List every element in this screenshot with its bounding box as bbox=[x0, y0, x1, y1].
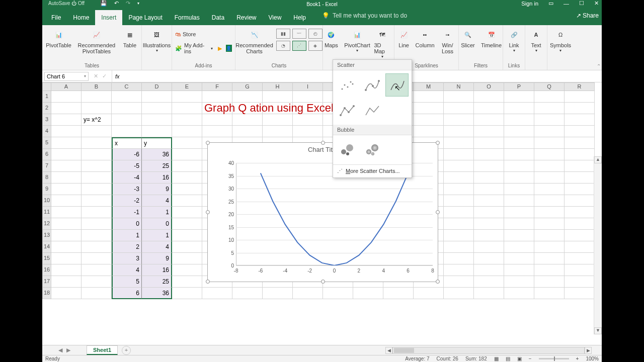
row-header[interactable]: 8 bbox=[42, 172, 51, 184]
cell-D14[interactable]: 4 bbox=[142, 241, 172, 253]
resize-handle[interactable] bbox=[206, 210, 210, 214]
chart-series-line[interactable] bbox=[261, 173, 408, 265]
cell-C12[interactable]: 0 bbox=[112, 218, 142, 230]
cell-P12[interactable] bbox=[504, 218, 534, 230]
cell-C2[interactable] bbox=[112, 103, 142, 114]
cell-E2[interactable] bbox=[172, 103, 202, 114]
cell-Q15[interactable] bbox=[534, 253, 565, 264]
cell-P10[interactable] bbox=[504, 195, 534, 207]
pivotchart-button[interactable]: 📊PivotChart▾ bbox=[343, 27, 371, 62]
column-header[interactable]: R bbox=[565, 82, 595, 91]
cell-Q16[interactable] bbox=[534, 264, 565, 276]
cell-P11[interactable] bbox=[504, 207, 534, 218]
signin-button[interactable]: Sign in bbox=[521, 1, 538, 7]
hierarchy-chart-icon[interactable]: ◴ bbox=[308, 29, 323, 39]
scroll-right-icon[interactable]: ▶ bbox=[585, 347, 592, 354]
row-header[interactable]: 5 bbox=[42, 137, 51, 149]
cell-O14[interactable] bbox=[474, 241, 504, 253]
tab-insert[interactable]: Insert bbox=[95, 10, 122, 25]
cell-O8[interactable] bbox=[474, 172, 504, 184]
cell-Q18[interactable] bbox=[534, 288, 565, 299]
sheet-nav-next-icon[interactable]: ▶ bbox=[66, 347, 70, 353]
cell-P4[interactable] bbox=[504, 126, 534, 137]
cell-A7[interactable] bbox=[51, 160, 82, 172]
cell-N12[interactable] bbox=[444, 218, 474, 230]
cell-I3[interactable] bbox=[293, 114, 323, 126]
cell-D12[interactable]: 0 bbox=[142, 218, 172, 230]
cell-D1[interactable] bbox=[142, 91, 172, 103]
cell-A12[interactable] bbox=[51, 218, 82, 230]
cell-F4[interactable] bbox=[202, 126, 232, 137]
zoom-out-icon[interactable]: − bbox=[529, 356, 532, 361]
cell-R12[interactable] bbox=[565, 218, 595, 230]
recommended-pivottables-button[interactable]: 📈Recommended PivotTables bbox=[75, 27, 118, 62]
cell-M1[interactable] bbox=[414, 91, 444, 103]
cell-Q4[interactable] bbox=[534, 126, 565, 137]
cell-C11[interactable]: -1 bbox=[112, 207, 142, 218]
bing-icon[interactable]: ▶ bbox=[218, 45, 222, 52]
share-button[interactable]: ↗ Share bbox=[576, 12, 599, 19]
scatter-straight-markers-option[interactable] bbox=[335, 99, 358, 122]
table-button[interactable]: ▦Table bbox=[120, 27, 139, 62]
cell-R9[interactable] bbox=[565, 184, 595, 195]
cell-E11[interactable] bbox=[172, 207, 202, 218]
cell-N2[interactable] bbox=[444, 103, 474, 114]
column-header[interactable]: E bbox=[172, 82, 202, 91]
cell-N7[interactable] bbox=[444, 160, 474, 172]
redo-icon[interactable]: ↷ bbox=[126, 0, 130, 7]
column-header[interactable]: D bbox=[142, 82, 172, 91]
cell-E6[interactable] bbox=[172, 149, 202, 160]
row-header[interactable]: 11 bbox=[42, 207, 51, 218]
undo-icon[interactable]: ↶ bbox=[114, 0, 119, 7]
column-header[interactable]: M bbox=[414, 82, 444, 91]
cell-A5[interactable] bbox=[51, 137, 82, 149]
cell-B7[interactable] bbox=[82, 160, 112, 172]
cell-E16[interactable] bbox=[172, 264, 202, 276]
fx-icon[interactable]: fx bbox=[112, 73, 123, 79]
cell-D17[interactable]: 25 bbox=[142, 276, 172, 288]
line-chart-icon[interactable]: 〰 bbox=[292, 29, 306, 39]
cell-C18[interactable]: 6 bbox=[112, 288, 142, 299]
cell-M3[interactable] bbox=[414, 114, 444, 126]
cell-A3[interactable] bbox=[51, 114, 82, 126]
scroll-up-icon[interactable]: ▲ bbox=[594, 156, 602, 163]
zoom-in-icon[interactable]: + bbox=[576, 356, 579, 361]
cell-A8[interactable] bbox=[51, 172, 82, 184]
cell-C6[interactable]: -6 bbox=[112, 149, 142, 160]
resize-handle[interactable] bbox=[436, 280, 440, 284]
cell-Q1[interactable] bbox=[534, 91, 565, 103]
cell-M18[interactable] bbox=[414, 288, 444, 299]
cell-P13[interactable] bbox=[504, 230, 534, 241]
cell-Q3[interactable] bbox=[534, 114, 565, 126]
store-button[interactable]: 🛍Store bbox=[175, 30, 196, 38]
minimize-icon[interactable]: — bbox=[564, 1, 569, 7]
cell-G3[interactable] bbox=[232, 114, 263, 126]
cell-C13[interactable]: 1 bbox=[112, 230, 142, 241]
cell-C5[interactable]: x bbox=[112, 137, 142, 149]
view-normal-icon[interactable]: ▦ bbox=[494, 356, 499, 361]
cell-E10[interactable] bbox=[172, 195, 202, 207]
resize-handle[interactable] bbox=[321, 280, 325, 284]
text-button[interactable]: AText▾ bbox=[527, 27, 546, 62]
cell-N13[interactable] bbox=[444, 230, 474, 241]
cell-C1[interactable] bbox=[112, 91, 142, 103]
cell-P16[interactable] bbox=[504, 264, 534, 276]
cell-N6[interactable] bbox=[444, 149, 474, 160]
cell-B17[interactable] bbox=[82, 276, 112, 288]
cell-M2[interactable] bbox=[414, 103, 444, 114]
cell-Q2[interactable] bbox=[534, 103, 565, 114]
cell-E9[interactable] bbox=[172, 184, 202, 195]
cell-Q17[interactable] bbox=[534, 276, 565, 288]
cell-P5[interactable] bbox=[504, 137, 534, 149]
cell-B9[interactable] bbox=[82, 184, 112, 195]
cell-R15[interactable] bbox=[565, 253, 595, 264]
cell-E12[interactable] bbox=[172, 218, 202, 230]
cell-R5[interactable] bbox=[565, 137, 595, 149]
cell-I1[interactable] bbox=[293, 91, 323, 103]
cell-O15[interactable] bbox=[474, 253, 504, 264]
cell-P1[interactable] bbox=[504, 91, 534, 103]
cell-L18[interactable] bbox=[383, 288, 414, 299]
row-header[interactable]: 6 bbox=[42, 149, 51, 160]
scroll-left-icon[interactable]: ◀ bbox=[385, 347, 392, 354]
sheet-nav-prev-icon[interactable]: ◀ bbox=[58, 347, 62, 353]
